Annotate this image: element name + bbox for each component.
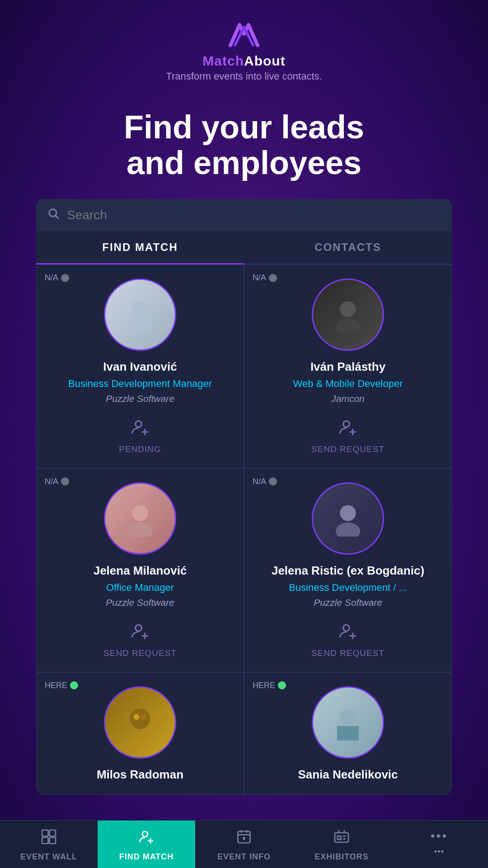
event-wall-icon <box>41 829 57 849</box>
person-role: Office Manager <box>106 581 174 594</box>
send-request-button[interactable]: SEND REQUEST <box>307 413 389 459</box>
nav-exhibitors[interactable]: EXHIBITORS <box>293 821 390 868</box>
nav-exhibitors-label: EXHIBITORS <box>314 852 369 862</box>
avatar <box>312 686 384 759</box>
send-request-button[interactable]: SEND REQUEST <box>99 617 181 663</box>
nav-event-wall-label: EVENT WALL <box>20 852 77 862</box>
find-match-icon <box>138 829 155 849</box>
svg-point-31 <box>142 831 148 837</box>
add-person-icon <box>131 622 150 645</box>
person-role: Business Development Manager <box>68 377 212 391</box>
add-person-icon <box>338 622 357 645</box>
person-card-ivan-ivanovic: N/A Ivan Ivanović Business Development M… <box>36 264 244 468</box>
person-card-sania-nedelikovic: HERE Sania Nedelikovic <box>244 672 452 795</box>
svg-point-17 <box>340 505 356 521</box>
nav-more-label: ••• <box>434 847 444 856</box>
tab-contacts[interactable]: CONTACTS <box>244 231 452 264</box>
svg-rect-40 <box>335 833 348 842</box>
svg-rect-43 <box>338 836 341 840</box>
svg-point-25 <box>340 709 356 725</box>
svg-point-22 <box>130 708 150 729</box>
search-input[interactable] <box>67 208 441 222</box>
svg-point-23 <box>134 714 140 720</box>
location-badge: N/A <box>253 477 277 486</box>
nav-event-info[interactable]: EVENT INFO <box>195 821 293 868</box>
avatar <box>104 686 176 759</box>
person-role: Web & Mobile Developer <box>293 377 403 391</box>
svg-point-13 <box>128 523 152 537</box>
exhibitors-icon <box>333 829 350 849</box>
search-bar <box>36 199 452 231</box>
main-card: FIND MATCH CONTACTS N/A Ivan Ivanović Bu… <box>36 199 452 794</box>
person-company: Puzzle Software <box>106 393 174 404</box>
send-request-button[interactable]: SEND REQUEST <box>307 617 389 663</box>
logo-text: MatchAbout <box>202 53 285 69</box>
location-dot <box>278 681 286 689</box>
person-card-ivan-palasthy: N/A Iván Palásthy Web & Mobile Developer… <box>244 264 452 468</box>
person-name: Jelena Milanović <box>94 564 187 578</box>
nav-find-match[interactable]: FIND MATCH <box>98 821 195 868</box>
person-card-jelena-milanovic: N/A Jelena Milanović Office Manager Puzz… <box>36 468 244 672</box>
search-icon <box>47 207 60 223</box>
svg-point-8 <box>336 319 360 333</box>
svg-point-2 <box>132 302 148 317</box>
nav-event-info-label: EVENT INFO <box>217 852 271 862</box>
hero-section: Find your leads and employees <box>97 96 391 199</box>
more-icon: ••• <box>431 829 448 843</box>
svg-rect-28 <box>50 830 56 836</box>
svg-point-19 <box>343 625 349 631</box>
location-dot <box>269 274 277 282</box>
svg-point-12 <box>132 505 148 521</box>
avatar <box>312 278 384 351</box>
location-dot <box>61 274 69 282</box>
person-name: Sania Nedelikovic <box>298 768 398 782</box>
add-person-icon <box>338 418 357 441</box>
person-name: Ivan Ivanović <box>103 360 177 374</box>
svg-rect-26 <box>337 726 359 741</box>
nav-more[interactable]: ••• ••• <box>390 821 488 868</box>
nav-event-wall[interactable]: EVENT WALL <box>0 821 98 868</box>
svg-point-18 <box>336 523 360 537</box>
person-role: Business Development / ... <box>289 581 407 594</box>
person-company: Puzzle Software <box>106 597 174 608</box>
tab-find-match[interactable]: FIND MATCH <box>36 231 244 264</box>
svg-point-14 <box>135 625 141 631</box>
person-card-jelena-ristic: N/A Jelena Ristic (ex Bogdanic) Business… <box>244 468 452 672</box>
svg-point-24 <box>141 714 147 720</box>
person-name: Jelena Ristic (ex Bogdanic) <box>272 564 424 578</box>
svg-point-7 <box>340 302 356 317</box>
svg-rect-27 <box>42 830 48 836</box>
location-badge: HERE <box>45 681 78 690</box>
svg-point-0 <box>49 209 56 217</box>
svg-point-9 <box>343 421 349 427</box>
pending-button[interactable]: PENDING <box>114 413 166 459</box>
person-card-milos-radoman: HERE Milos Radoman <box>36 672 244 795</box>
person-company: Puzzle Software <box>314 597 382 608</box>
nav-find-match-label: FIND MATCH <box>119 852 174 862</box>
bottom-nav: EVENT WALL FIND MATCH EVENT INFO <box>0 820 488 868</box>
svg-rect-29 <box>42 838 48 844</box>
person-name: Milos Radoman <box>97 768 183 782</box>
tab-bar: FIND MATCH CONTACTS <box>36 231 452 264</box>
avatar <box>312 482 384 555</box>
logo: MatchAbout Transform events into live co… <box>166 18 322 82</box>
people-grid: N/A Ivan Ivanović Business Development M… <box>36 264 452 794</box>
location-dot <box>70 681 78 689</box>
hero-title: Find your leads and employees <box>124 109 364 181</box>
location-dot <box>61 477 69 486</box>
person-company: Jamcon <box>331 393 365 404</box>
logo-icon <box>226 18 262 50</box>
location-badge: N/A <box>45 273 69 283</box>
event-info-icon <box>236 829 252 849</box>
svg-point-4 <box>135 421 141 427</box>
svg-rect-30 <box>50 838 56 844</box>
avatar <box>104 278 176 351</box>
location-badge: HERE <box>253 681 286 690</box>
tagline: Transform events into live contacts. <box>166 71 322 82</box>
header: MatchAbout Transform events into live co… <box>166 0 322 96</box>
svg-line-1 <box>56 216 58 219</box>
location-badge: N/A <box>253 273 277 283</box>
location-dot <box>269 477 277 486</box>
add-person-icon <box>131 418 150 441</box>
svg-point-3 <box>128 319 152 333</box>
